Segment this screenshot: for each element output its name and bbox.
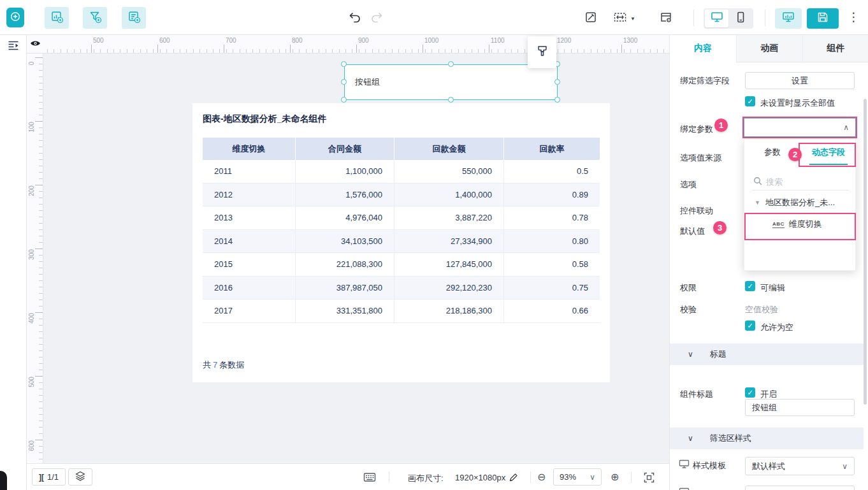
bind-param-select[interactable]: ∧ (744, 118, 856, 137)
linkage-label: 控件联动 (680, 205, 713, 217)
add-chart-button[interactable] (45, 7, 69, 29)
resize-handle-nw[interactable] (341, 61, 347, 67)
tab-animation[interactable]: 动画 (736, 35, 802, 62)
statusbar-divider (631, 472, 632, 483)
table-header-cell: 维度切换 (203, 138, 296, 160)
tree-item-dimension-field[interactable]: ABC 维度切换 (772, 219, 822, 230)
tab-content[interactable]: 内容 (670, 35, 736, 62)
selection-adapt-button[interactable]: ▼ (613, 10, 635, 27)
table-header-cell: 回款率 (504, 138, 600, 160)
style-template-select[interactable]: 默认样式 ∨ (745, 457, 855, 475)
zoom-in-button[interactable]: ⊕ (611, 471, 619, 483)
mobile-mode-button[interactable] (728, 10, 752, 27)
set-button[interactable]: 设置 (745, 72, 855, 89)
table-cell: 1,576,000 (296, 184, 394, 206)
toolbar-divider (693, 10, 694, 26)
magic-wand-icon (584, 10, 598, 27)
cutoff-row-icon (679, 486, 690, 490)
page-indicator-button[interactable]: ][ 1/1 (32, 468, 66, 486)
layer-panel-toggle[interactable] (8, 40, 20, 54)
format-brush-button[interactable] (528, 36, 556, 68)
component-title-input[interactable] (745, 399, 855, 416)
resize-handle-s[interactable] (448, 97, 454, 103)
canvas-settings-button[interactable] (659, 10, 673, 27)
circle-plus-icon (9, 10, 22, 25)
zoom-out-button[interactable]: ⊖ (537, 471, 546, 483)
ruler-left-label: 200 (28, 182, 35, 201)
section-filter-style-header[interactable]: ∨ 筛选区样式 (670, 428, 864, 449)
table-cell: 0.78 (504, 206, 600, 229)
toolbar-divider (765, 10, 765, 26)
fit-to-screen-button[interactable] (644, 472, 655, 486)
option-source-label: 选项值来源 (680, 152, 721, 164)
show-all-checkbox[interactable]: ✓ (745, 96, 755, 106)
app-window: ▼ (0, 0, 868, 490)
selected-component-button-group[interactable]: 按钮组 (344, 64, 558, 100)
table-cell: 34,103,500 (296, 230, 394, 253)
add-component-button[interactable] (6, 8, 24, 27)
table-cell: 2012 (203, 184, 296, 206)
preview-button[interactable] (775, 8, 802, 29)
tree-parent-label: 地区数据分析_未... (765, 197, 835, 208)
editable-checkbox[interactable]: ✓ (745, 281, 755, 291)
table-header-cell: 回款金额 (394, 138, 504, 160)
layout-gear-icon (659, 10, 673, 27)
status-bar: ][ 1/1 画布尺寸: 1920×1080px ⊖ 93% ∨ ⊕ (27, 463, 669, 490)
table-cell: 0.66 (504, 299, 600, 322)
table-row: 2015221,088,300127,845,0000.58 (203, 253, 600, 277)
properties-panel: 内容 动画 组件 绑定筛选字段 设置 ✓ 未设置时显示全部值 绑定参数 1 ∧ … (669, 35, 868, 490)
table-cell: 2015 (203, 253, 296, 276)
allow-null-checkbox[interactable]: ✓ (745, 321, 755, 331)
chevron-down-icon: ∨ (842, 462, 848, 471)
design-canvas[interactable]: 按钮组 图表-地区数据分析_未命名组件 维度切换合同金额回款金额回款率 2011… (43, 54, 669, 463)
section-title-header[interactable]: ∨ 标题 (670, 343, 864, 365)
table-header-cell: 合同金额 (296, 138, 394, 160)
redo-button[interactable] (370, 10, 384, 24)
table-cell: 0.5 (504, 160, 600, 183)
style-template-value: 默认样式 (752, 461, 785, 472)
undo-button[interactable] (348, 10, 362, 24)
table-cell: 3,887,220 (394, 206, 504, 229)
ruler-left: 0100200300400500600 (27, 54, 43, 463)
layers-button[interactable] (68, 468, 92, 486)
annotation-step-2: 2 (788, 148, 802, 161)
title-enable-checkbox[interactable]: ✓ (745, 387, 755, 398)
resize-handle-w[interactable] (341, 79, 347, 85)
dropdown-tab-dynamic-field[interactable]: 动态字段 (800, 140, 857, 165)
search-input[interactable] (766, 177, 843, 187)
null-check-label: 空值校验 (745, 304, 778, 315)
table-cell: 292,120,230 (394, 277, 504, 299)
resize-handle-n[interactable] (448, 61, 454, 67)
resize-handle-se[interactable] (554, 97, 560, 103)
footer-count: 7 (211, 360, 219, 370)
editable-label: 可编辑 (760, 282, 785, 294)
edit-canvas-size-button[interactable] (509, 472, 519, 485)
ruler-top-label: 800 (292, 37, 303, 44)
tree-node-dataset[interactable]: ▼ 地区数据分析_未... (755, 197, 851, 208)
save-button[interactable] (807, 8, 839, 29)
left-sidebar (0, 35, 27, 490)
resize-handle-sw[interactable] (341, 97, 347, 103)
more-menu-button[interactable]: ⋮ (848, 9, 860, 25)
theme-magic-button[interactable] (584, 10, 598, 27)
statusbar-divider (389, 472, 389, 483)
ruler-top-label: 900 (358, 37, 369, 44)
format-brush-icon (535, 44, 549, 61)
tab-component[interactable]: 组件 (802, 35, 868, 62)
add-filter-button[interactable] (83, 7, 107, 29)
page-indicator: 1/1 (47, 472, 59, 482)
keyboard-shortcuts-button[interactable] (363, 472, 376, 485)
zoom-select[interactable]: 93% ∨ (553, 468, 602, 486)
preview-monitor-icon (782, 11, 795, 25)
cutoff-row-select[interactable] (745, 486, 855, 490)
add-form-button[interactable] (122, 7, 146, 29)
chart-table-component[interactable]: 图表-地区数据分析_未命名组件 维度切换合同金额回款金额回款率 20111,10… (192, 103, 610, 382)
panel-scrollbar[interactable] (864, 99, 867, 405)
section-title-label: 标题 (710, 349, 727, 360)
table-cell: 331,351,800 (296, 299, 394, 322)
resize-handle-e[interactable] (554, 79, 560, 85)
ruler-visibility-toggle[interactable] (27, 35, 43, 54)
chevron-down-icon: ∨ (590, 473, 595, 482)
tree-expand-icon[interactable]: ▼ (755, 199, 760, 206)
desktop-mode-button[interactable] (705, 10, 728, 27)
